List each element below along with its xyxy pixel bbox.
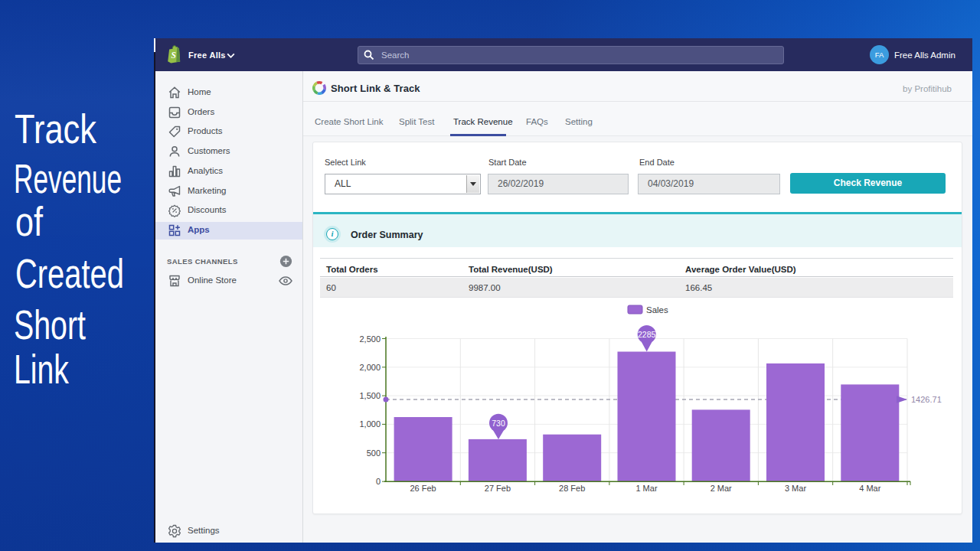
svg-text:4 Mar: 4 Mar [859,484,880,493]
svg-text:1 Mar: 1 Mar [635,484,657,493]
svg-text:S: S [171,51,175,60]
svg-text:Track: Track [15,106,96,152]
svg-text:2,000: 2,000 [359,363,381,372]
svg-text:1,000: 1,000 [359,419,381,429]
svg-text:2285: 2285 [638,330,656,339]
svg-text:1,500: 1,500 [359,391,381,400]
svg-text:26 Feb: 26 Feb [410,484,436,493]
svg-text:2,500: 2,500 [359,334,381,344]
svg-text:of: of [15,199,43,244]
svg-text:Revenue: Revenue [14,156,122,201]
svg-text:1426.71: 1426.71 [911,395,942,404]
svg-text:Link: Link [14,347,69,392]
svg-text:28 Feb: 28 Feb [559,484,585,493]
svg-text:Sales: Sales [646,305,668,315]
svg-text:3 Mar: 3 Mar [785,484,806,493]
svg-text:500: 500 [367,448,381,458]
svg-text:27 Feb: 27 Feb [485,484,511,493]
svg-text:Created: Created [15,251,124,296]
svg-text:730: 730 [492,419,505,428]
svg-text:Short: Short [14,302,86,347]
svg-text:0: 0 [376,477,381,486]
svg-text:2 Mar: 2 Mar [710,484,732,493]
